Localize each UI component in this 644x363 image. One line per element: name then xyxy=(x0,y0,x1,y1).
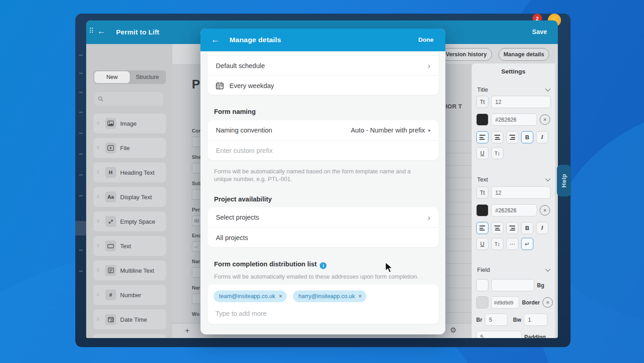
palette-item-empty-space[interactable]: ⠿ ⤢ Empty Space xyxy=(93,211,166,231)
palette-item-text[interactable]: ⠿ Text xyxy=(93,236,166,256)
palette-item-partial[interactable] xyxy=(93,334,166,338)
bold-button[interactable]: B xyxy=(521,222,533,234)
search-icon xyxy=(98,96,103,102)
field-border-input[interactable] xyxy=(491,296,519,309)
remove-email-icon[interactable]: × xyxy=(359,293,362,299)
line-height-button[interactable]: T↕ xyxy=(491,147,503,159)
italic-button[interactable]: I xyxy=(536,131,548,143)
section-field-header[interactable]: Field xyxy=(477,266,550,273)
tab-structure[interactable]: Structure xyxy=(130,71,165,83)
palette-item-label: Number xyxy=(120,292,141,299)
text-color-swatch[interactable] xyxy=(476,204,488,216)
border-radius-value[interactable] xyxy=(489,317,503,323)
chevron-down-icon xyxy=(545,176,550,181)
add-element-button[interactable]: + xyxy=(185,326,190,335)
bold-button[interactable]: B xyxy=(521,131,533,143)
back-icon[interactable]: ← xyxy=(97,26,106,36)
palette-item-heading-text[interactable]: ⠿ H Heading Text xyxy=(93,162,166,182)
custom-prefix-row[interactable] xyxy=(208,141,439,160)
section-title-header[interactable]: Title xyxy=(477,86,550,93)
underline-button[interactable]: U xyxy=(476,147,488,159)
palette-item-multiline-text[interactable]: ⠿ Multiline Text xyxy=(93,260,166,280)
palette-item-date-time[interactable]: ⠿ Date Time xyxy=(93,309,166,329)
custom-prefix-input[interactable] xyxy=(216,147,430,154)
title-color-swatch[interactable] xyxy=(476,113,488,126)
text-color-value[interactable] xyxy=(495,207,533,214)
palette-item-file[interactable]: ⠿ File xyxy=(93,138,166,158)
schedule-value-row[interactable]: Every weekday xyxy=(208,76,439,95)
title-font-size-value[interactable] xyxy=(495,99,546,105)
more-options-button[interactable]: ⋯ xyxy=(506,238,518,250)
tab-new[interactable]: New xyxy=(94,71,130,83)
clear-border-button[interactable]: × xyxy=(542,297,553,308)
palette-item-label: Date Time xyxy=(120,316,147,323)
remove-email-icon[interactable]: × xyxy=(279,293,282,299)
modal-back-icon[interactable]: ← xyxy=(211,34,220,45)
title-color-input[interactable] xyxy=(491,113,537,126)
palette-search[interactable] xyxy=(94,92,163,106)
field-border-swatch[interactable] xyxy=(476,296,488,309)
italic-button[interactable]: I xyxy=(536,222,548,234)
info-icon[interactable]: i xyxy=(320,262,327,269)
border-radius-input[interactable] xyxy=(485,314,507,326)
palette-item-number[interactable]: ⠿ # Number xyxy=(93,285,166,305)
title-font-size-input[interactable] xyxy=(491,96,551,108)
text-font-size-value[interactable] xyxy=(495,190,546,196)
field-label-fragment: Nar xyxy=(192,285,200,290)
settings-title: Settings xyxy=(472,68,555,75)
table-row-line xyxy=(446,312,472,313)
align-right-button[interactable] xyxy=(506,222,518,234)
gear-icon[interactable]: ⚙ xyxy=(450,326,456,334)
align-center-button[interactable] xyxy=(491,131,503,143)
default-schedule-row[interactable]: Default schedule › xyxy=(208,56,439,75)
field-bg-input[interactable] xyxy=(491,279,534,291)
help-tab[interactable]: Help xyxy=(557,165,571,196)
all-projects-row[interactable]: All projects xyxy=(208,228,439,247)
line-break-button[interactable]: ↵ xyxy=(521,238,533,250)
padding-value[interactable] xyxy=(480,334,517,338)
field-bg-value[interactable] xyxy=(495,282,530,289)
align-left-button[interactable] xyxy=(476,222,488,234)
drag-handle-icon: ⠿ xyxy=(97,146,101,150)
version-history-button[interactable]: Version history xyxy=(440,48,492,61)
table-row-line xyxy=(446,190,472,190)
border-width-value[interactable] xyxy=(528,317,543,323)
title-color-value[interactable] xyxy=(495,117,533,123)
scrolled-row-edge xyxy=(208,52,439,56)
border-label: Border xyxy=(522,299,540,306)
nav-rail-item xyxy=(79,174,83,176)
palette-item-display-text[interactable]: ⠿ Aa Display Text xyxy=(93,187,166,207)
naming-convention-select[interactable]: Auto - Number with prefix ▾ xyxy=(351,127,430,134)
page-title: Permit to Lift xyxy=(116,28,159,36)
search-input[interactable] xyxy=(106,96,156,102)
padding-label: Padding xyxy=(524,334,546,338)
align-left-button[interactable] xyxy=(476,131,488,143)
field-border-value[interactable] xyxy=(494,300,517,305)
email-chip-label: harry@insiteapp.co.uk xyxy=(298,293,355,299)
field-bg-swatch[interactable] xyxy=(476,279,488,291)
select-projects-row[interactable]: Select projects › xyxy=(208,207,439,227)
save-button[interactable]: Save xyxy=(532,28,547,35)
table-row-line xyxy=(446,226,472,227)
border-width-input[interactable] xyxy=(524,314,547,326)
align-right-button[interactable] xyxy=(506,131,518,143)
section-text-header[interactable]: Text xyxy=(477,176,550,183)
naming-help-text: Forms will be automatically named based … xyxy=(214,167,426,183)
manage-details-button[interactable]: Manage details xyxy=(498,48,549,61)
naming-convention-row[interactable]: Naming convention Auto - Number with pre… xyxy=(208,120,439,140)
text-font-size-input[interactable] xyxy=(491,186,551,199)
add-email-input[interactable] xyxy=(215,310,351,317)
done-button[interactable]: Done xyxy=(418,36,434,43)
line-height-button[interactable]: T↕ xyxy=(491,238,503,250)
palette-item-image[interactable]: ⠿ Image xyxy=(93,113,166,133)
clear-color-button[interactable]: × xyxy=(540,114,550,125)
align-center-button[interactable] xyxy=(491,222,503,234)
distribution-card: team@insiteapp.co.uk × harry@insiteapp.c… xyxy=(208,285,439,324)
number-icon: # xyxy=(105,289,116,300)
text-color-input[interactable] xyxy=(491,204,537,216)
underline-button[interactable]: U xyxy=(476,238,488,250)
padding-input[interactable] xyxy=(476,331,522,338)
date-time-icon xyxy=(105,314,116,325)
clear-color-button[interactable]: × xyxy=(540,205,550,216)
desktop-background: 2 ⠿ ← Permit to Lift Save ✓ Published ▾ … xyxy=(0,0,644,363)
